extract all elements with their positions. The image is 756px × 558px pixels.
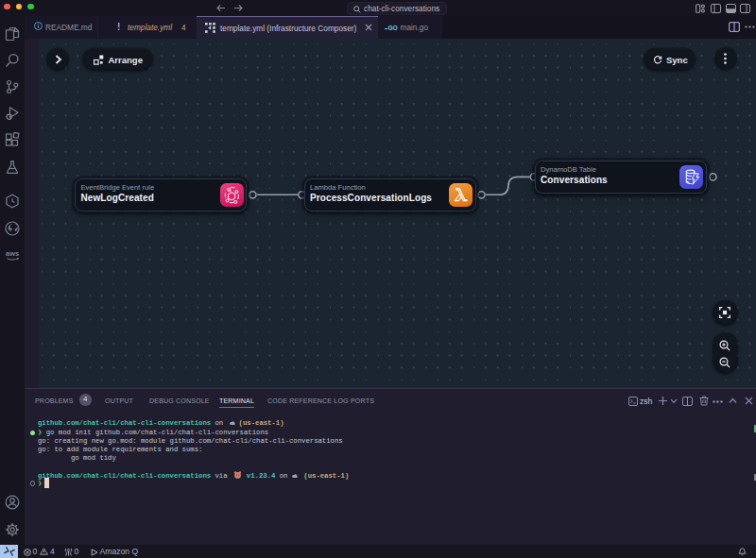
svg-text:aws: aws <box>6 249 19 258</box>
